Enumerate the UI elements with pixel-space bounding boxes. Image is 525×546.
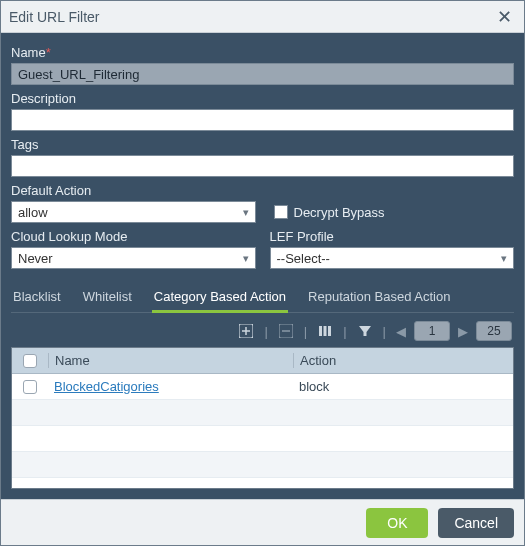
header-checkbox-cell: [12, 354, 48, 368]
empty-row: [12, 478, 513, 488]
add-icon[interactable]: [236, 321, 256, 341]
row-checkbox[interactable]: [23, 380, 37, 394]
select-all-checkbox[interactable]: [23, 354, 37, 368]
lef-profile-select[interactable]: --Select-- ▾: [270, 247, 515, 269]
row-name-cell: BlockedCatigories: [48, 379, 293, 394]
svg-rect-5: [319, 326, 322, 336]
dialog-footer: OK Cancel: [1, 499, 524, 545]
tags-input[interactable]: [11, 155, 514, 177]
name-input[interactable]: [11, 63, 514, 85]
tab-whitelist[interactable]: Whitelist: [81, 283, 134, 312]
row-action-cell: block: [293, 379, 513, 394]
default-action-value: allow: [18, 205, 48, 220]
titlebar: Edit URL Filter ✕: [1, 1, 524, 33]
decrypt-bypass-label: Decrypt Bypass: [294, 205, 385, 220]
tags-label: Tags: [11, 137, 514, 152]
header-action[interactable]: Action: [293, 353, 513, 368]
dialog-title: Edit URL Filter: [9, 9, 100, 25]
toolbar-separator: |: [262, 324, 269, 339]
default-action-select[interactable]: allow ▾: [11, 201, 256, 223]
empty-row: [12, 452, 513, 478]
table-header: Name Action: [12, 348, 513, 374]
remove-icon[interactable]: [276, 321, 296, 341]
svg-marker-8: [359, 326, 371, 336]
page-prev-icon[interactable]: ◀: [394, 324, 408, 339]
category-table: Name Action BlockedCatigoriesblock: [11, 347, 514, 489]
filter-icon[interactable]: [355, 321, 375, 341]
dialog: Edit URL Filter ✕ Name* Description Tags…: [0, 0, 525, 546]
tab-blacklist[interactable]: Blacklist: [11, 283, 63, 312]
cloud-lookup-value: Never: [18, 251, 53, 266]
tab-category-based-action[interactable]: Category Based Action: [152, 283, 288, 312]
cloud-lookup-label: Cloud Lookup Mode: [11, 229, 256, 244]
empty-row: [12, 400, 513, 426]
empty-row: [12, 426, 513, 452]
page-next-icon[interactable]: ▶: [456, 324, 470, 339]
tabs: Blacklist Whitelist Category Based Actio…: [11, 283, 514, 313]
toolbar-separator: |: [381, 324, 388, 339]
cancel-button[interactable]: Cancel: [438, 508, 514, 538]
toolbar-separator: |: [302, 324, 309, 339]
lef-profile-value: --Select--: [277, 251, 330, 266]
chevron-down-icon: ▾: [243, 252, 249, 265]
table-toolbar: | | | | ◀ 1 ▶ 25: [11, 313, 514, 347]
cloud-lookup-select[interactable]: Never ▾: [11, 247, 256, 269]
row-name-link[interactable]: BlockedCatigories: [54, 379, 159, 394]
table-body: BlockedCatigoriesblock: [12, 374, 513, 488]
description-label: Description: [11, 91, 514, 106]
lef-profile-label: LEF Profile: [270, 229, 515, 244]
chevron-down-icon: ▾: [243, 206, 249, 219]
default-action-label: Default Action: [11, 183, 256, 198]
description-input[interactable]: [11, 109, 514, 131]
tab-reputation-based-action[interactable]: Reputation Based Action: [306, 283, 452, 312]
table-row[interactable]: BlockedCatigoriesblock: [12, 374, 513, 400]
dialog-body: Name* Description Tags Default Action al…: [1, 33, 524, 499]
page-size[interactable]: 25: [476, 321, 512, 341]
chevron-down-icon: ▾: [501, 252, 507, 265]
name-label-text: Name: [11, 45, 46, 60]
row-checkbox-cell: [12, 380, 48, 394]
name-label: Name*: [11, 45, 514, 60]
ok-button[interactable]: OK: [366, 508, 428, 538]
header-name[interactable]: Name: [48, 353, 293, 368]
required-asterisk: *: [46, 45, 51, 60]
toolbar-separator: |: [341, 324, 348, 339]
svg-rect-7: [328, 326, 331, 336]
decrypt-bypass-checkbox[interactable]: [274, 205, 288, 219]
page-current[interactable]: 1: [414, 321, 450, 341]
svg-rect-6: [324, 326, 327, 336]
decrypt-bypass-row[interactable]: Decrypt Bypass: [274, 201, 515, 223]
columns-icon[interactable]: [315, 321, 335, 341]
close-icon[interactable]: ✕: [493, 6, 516, 28]
